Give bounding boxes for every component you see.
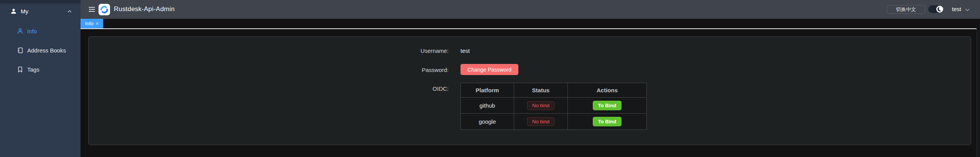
column-header-status: Status (514, 83, 568, 98)
password-label: Password: (334, 67, 449, 73)
to-bind-button[interactable]: To Bind (593, 101, 622, 110)
status-cell: No bind (514, 98, 568, 114)
rustdesk-logo (99, 4, 110, 15)
tab-info[interactable]: Info × (81, 19, 103, 28)
moon-icon (937, 7, 942, 11)
tab-label: Info (85, 21, 94, 26)
sidebar-item-label: Address Books (27, 47, 66, 54)
status-cell: No bind (514, 114, 568, 130)
sidebar-group-my[interactable]: My (0, 5, 81, 17)
switch-language-button[interactable]: 切换中文 (887, 5, 925, 14)
sidebar-item-label: Tags (27, 66, 39, 73)
username-value: test (460, 47, 470, 54)
chevron-down-icon[interactable] (965, 7, 970, 13)
sidebar-item-address-books[interactable]: Address Books (0, 44, 81, 56)
scrollbar-track[interactable] (977, 29, 980, 157)
username-label: Username: (334, 47, 449, 54)
platform-cell: github (461, 98, 514, 114)
bookmark-icon (17, 66, 23, 73)
sidebar-item-tags[interactable]: Tags (0, 64, 81, 75)
actions-cell: To Bind (568, 114, 647, 130)
user-icon (10, 8, 17, 15)
top-header-bar: Rustdesk-Api-Admin 切换中文 test (81, 0, 980, 19)
dark-mode-toggle[interactable] (928, 5, 944, 13)
user-menu[interactable]: test (952, 6, 961, 12)
column-header-actions: Actions (568, 83, 647, 98)
sidebar-item-label: Info (27, 28, 37, 34)
oidc-table: Platform Status Actions github No bind T… (460, 83, 647, 130)
sidebar: My Info Address Books Tags (0, 0, 81, 157)
status-badge: No bind (527, 117, 554, 126)
fold-menu-icon[interactable] (88, 6, 95, 13)
sidebar-item-info[interactable]: Info (0, 25, 81, 37)
toggle-knob (936, 6, 943, 13)
person-outline-icon (17, 28, 23, 34)
oidc-label: OIDC: (334, 85, 449, 92)
app-title: Rustdesk-Api-Admin (114, 5, 175, 13)
chevron-up-icon (67, 9, 72, 14)
close-icon[interactable]: × (96, 21, 99, 26)
app-window: My Info Address Books Tags (0, 0, 980, 157)
platform-cell: google (461, 114, 514, 130)
sidebar-top-strip (0, 0, 81, 3)
table-row-github: github No bind To Bind (461, 98, 647, 114)
actions-cell: To Bind (568, 98, 647, 114)
to-bind-button[interactable]: To Bind (593, 117, 622, 126)
change-password-button[interactable]: Change Password (460, 64, 518, 75)
sidebar-group-label: My (21, 8, 28, 15)
column-header-platform: Platform (461, 83, 514, 98)
tab-bar: Info × (81, 19, 980, 28)
table-header-row: Platform Status Actions (461, 83, 647, 98)
status-badge: No bind (527, 101, 554, 110)
table-row-google: google No bind To Bind (461, 114, 647, 130)
notebook-icon (17, 47, 23, 54)
